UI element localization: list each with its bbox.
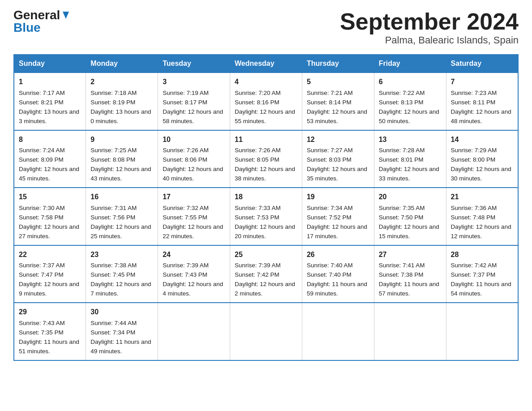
daylight-text: Daylight: 12 hours and 38 minutes. bbox=[235, 166, 295, 182]
sunset-text: Sunset: 7:50 PM bbox=[379, 214, 424, 221]
daylight-text: Daylight: 12 hours and 30 minutes. bbox=[451, 166, 511, 182]
daylight-text: Daylight: 12 hours and 15 minutes. bbox=[379, 223, 439, 240]
page-title: September 2024 bbox=[340, 9, 519, 34]
sunrise-text: Sunrise: 7:43 AM bbox=[19, 320, 65, 326]
table-row: 28 Sunrise: 7:42 AM Sunset: 7:37 PM Dayl… bbox=[446, 245, 518, 303]
day-number: 10 bbox=[163, 134, 225, 146]
sunset-text: Sunset: 7:58 PM bbox=[19, 214, 64, 221]
sunrise-text: Sunrise: 7:29 AM bbox=[451, 147, 497, 154]
sunrise-text: Sunrise: 7:19 AM bbox=[163, 90, 209, 96]
day-number: 2 bbox=[90, 77, 153, 88]
sunset-text: Sunset: 7:43 PM bbox=[163, 271, 207, 278]
sunset-text: Sunset: 7:34 PM bbox=[90, 329, 135, 336]
table-row: 4 Sunrise: 7:20 AM Sunset: 8:16 PM Dayli… bbox=[230, 73, 302, 130]
table-row: 3 Sunrise: 7:19 AM Sunset: 8:17 PM Dayli… bbox=[158, 73, 230, 130]
sunrise-text: Sunrise: 7:39 AM bbox=[235, 262, 281, 269]
day-number: 13 bbox=[379, 134, 442, 146]
table-row bbox=[374, 303, 446, 360]
sunset-text: Sunset: 7:37 PM bbox=[451, 271, 496, 278]
sunrise-text: Sunrise: 7:35 AM bbox=[379, 205, 425, 211]
sunset-text: Sunset: 7:38 PM bbox=[379, 271, 424, 278]
col-monday: Monday bbox=[86, 55, 158, 73]
sunrise-text: Sunrise: 7:40 AM bbox=[307, 262, 353, 269]
sunrise-text: Sunrise: 7:21 AM bbox=[307, 90, 353, 96]
sunrise-text: Sunrise: 7:32 AM bbox=[163, 205, 209, 211]
table-row: 19 Sunrise: 7:34 AM Sunset: 7:52 PM Dayl… bbox=[302, 188, 374, 245]
table-row bbox=[302, 303, 374, 360]
day-number: 24 bbox=[163, 249, 225, 261]
calendar-row: 29 Sunrise: 7:43 AM Sunset: 7:35 PM Dayl… bbox=[14, 303, 518, 360]
sunset-text: Sunset: 7:35 PM bbox=[19, 329, 64, 336]
page-subtitle: Palma, Balearic Islands, Spain bbox=[340, 34, 519, 46]
table-row: 18 Sunrise: 7:33 AM Sunset: 7:53 PM Dayl… bbox=[230, 188, 302, 245]
day-number: 1 bbox=[19, 77, 81, 88]
table-row: 22 Sunrise: 7:37 AM Sunset: 7:47 PM Dayl… bbox=[14, 245, 86, 303]
table-row: 24 Sunrise: 7:39 AM Sunset: 7:43 PM Dayl… bbox=[158, 245, 230, 303]
col-sunday: Sunday bbox=[14, 55, 86, 73]
col-thursday: Thursday bbox=[302, 55, 374, 73]
table-row: 8 Sunrise: 7:24 AM Sunset: 8:09 PM Dayli… bbox=[14, 130, 86, 188]
sunset-text: Sunset: 7:52 PM bbox=[307, 214, 352, 221]
daylight-text: Daylight: 11 hours and 57 minutes. bbox=[379, 281, 439, 297]
day-number: 16 bbox=[90, 192, 153, 203]
sunrise-text: Sunrise: 7:30 AM bbox=[19, 205, 65, 211]
table-row: 9 Sunrise: 7:25 AM Sunset: 8:08 PM Dayli… bbox=[86, 130, 158, 188]
sunset-text: Sunset: 8:13 PM bbox=[379, 99, 424, 106]
daylight-text: Daylight: 13 hours and 0 minutes. bbox=[90, 108, 151, 124]
table-row: 5 Sunrise: 7:21 AM Sunset: 8:14 PM Dayli… bbox=[302, 73, 374, 130]
daylight-text: Daylight: 12 hours and 33 minutes. bbox=[379, 166, 439, 182]
table-row: 29 Sunrise: 7:43 AM Sunset: 7:35 PM Dayl… bbox=[14, 303, 86, 360]
table-row: 20 Sunrise: 7:35 AM Sunset: 7:50 PM Dayl… bbox=[374, 188, 446, 245]
header-row: Sunday Monday Tuesday Wednesday Thursday… bbox=[14, 55, 518, 73]
table-row: 25 Sunrise: 7:39 AM Sunset: 7:42 PM Dayl… bbox=[230, 245, 302, 303]
sunrise-text: Sunrise: 7:28 AM bbox=[379, 147, 425, 154]
daylight-text: Daylight: 11 hours and 54 minutes. bbox=[451, 281, 511, 297]
day-number: 25 bbox=[235, 249, 297, 261]
sunrise-text: Sunrise: 7:33 AM bbox=[235, 205, 281, 211]
col-saturday: Saturday bbox=[446, 55, 518, 73]
table-row: 11 Sunrise: 7:26 AM Sunset: 8:05 PM Dayl… bbox=[230, 130, 302, 188]
sunset-text: Sunset: 8:19 PM bbox=[90, 99, 135, 106]
daylight-text: Daylight: 12 hours and 50 minutes. bbox=[379, 108, 439, 124]
daylight-text: Daylight: 12 hours and 7 minutes. bbox=[90, 281, 151, 297]
day-number: 22 bbox=[19, 249, 81, 261]
col-tuesday: Tuesday bbox=[158, 55, 230, 73]
sunrise-text: Sunrise: 7:26 AM bbox=[235, 147, 281, 154]
table-row: 21 Sunrise: 7:36 AM Sunset: 7:48 PM Dayl… bbox=[446, 188, 518, 245]
sunset-text: Sunset: 7:42 PM bbox=[235, 271, 279, 278]
day-number: 7 bbox=[451, 77, 513, 88]
table-row bbox=[158, 303, 230, 360]
sunset-text: Sunset: 7:40 PM bbox=[307, 271, 352, 278]
daylight-text: Daylight: 12 hours and 2 minutes. bbox=[235, 281, 295, 297]
calendar-row: 15 Sunrise: 7:30 AM Sunset: 7:58 PM Dayl… bbox=[14, 188, 518, 245]
logo-blue-text: Blue bbox=[13, 21, 41, 34]
calendar-body: 1 Sunrise: 7:17 AM Sunset: 8:21 PM Dayli… bbox=[14, 73, 518, 360]
logo-arrow-icon bbox=[61, 10, 71, 20]
table-row: 1 Sunrise: 7:17 AM Sunset: 8:21 PM Dayli… bbox=[14, 73, 86, 130]
table-row: 6 Sunrise: 7:22 AM Sunset: 8:13 PM Dayli… bbox=[374, 73, 446, 130]
day-number: 27 bbox=[379, 249, 442, 261]
daylight-text: Daylight: 12 hours and 45 minutes. bbox=[19, 166, 79, 182]
day-number: 6 bbox=[379, 77, 442, 88]
day-number: 4 bbox=[235, 77, 297, 88]
calendar-row: 22 Sunrise: 7:37 AM Sunset: 7:47 PM Dayl… bbox=[14, 245, 518, 303]
sunset-text: Sunset: 8:09 PM bbox=[19, 156, 64, 163]
sunset-text: Sunset: 8:21 PM bbox=[19, 99, 64, 106]
sunset-text: Sunset: 7:45 PM bbox=[90, 271, 135, 278]
sunset-text: Sunset: 7:56 PM bbox=[90, 214, 135, 221]
table-row: 30 Sunrise: 7:44 AM Sunset: 7:34 PM Dayl… bbox=[86, 303, 158, 360]
daylight-text: Daylight: 12 hours and 40 minutes. bbox=[163, 166, 223, 182]
sunrise-text: Sunrise: 7:44 AM bbox=[90, 320, 137, 326]
sunset-text: Sunset: 7:48 PM bbox=[451, 214, 496, 221]
daylight-text: Daylight: 12 hours and 22 minutes. bbox=[163, 223, 223, 240]
daylight-text: Daylight: 12 hours and 35 minutes. bbox=[307, 166, 367, 182]
day-number: 19 bbox=[307, 192, 369, 203]
day-number: 5 bbox=[307, 77, 369, 88]
sunrise-text: Sunrise: 7:36 AM bbox=[451, 205, 497, 211]
daylight-text: Daylight: 11 hours and 59 minutes. bbox=[307, 281, 367, 297]
sunrise-text: Sunrise: 7:23 AM bbox=[451, 90, 497, 96]
sunrise-text: Sunrise: 7:39 AM bbox=[163, 262, 209, 269]
daylight-text: Daylight: 12 hours and 4 minutes. bbox=[163, 281, 223, 297]
day-number: 14 bbox=[451, 134, 513, 146]
sunset-text: Sunset: 8:05 PM bbox=[235, 156, 279, 163]
